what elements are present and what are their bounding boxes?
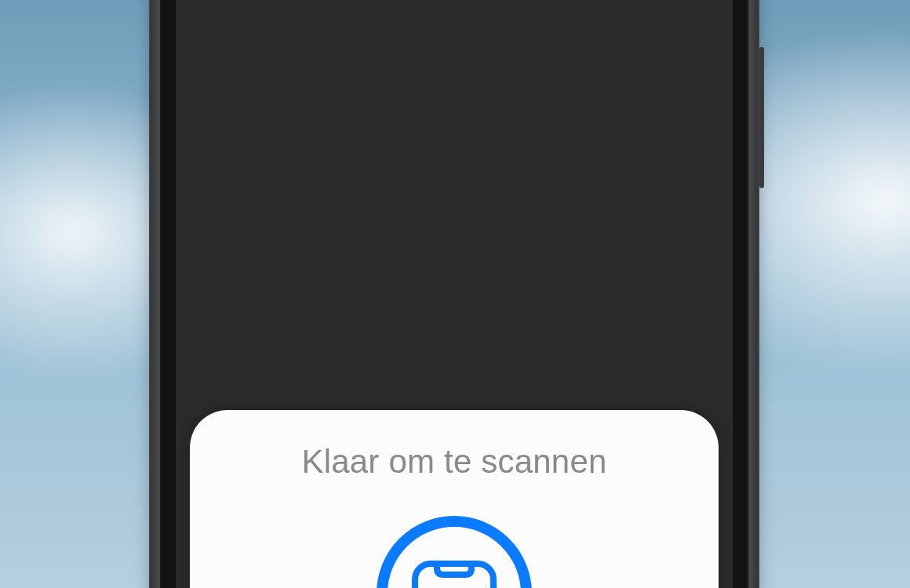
svg-point-1 xyxy=(382,521,526,588)
phone-screen: Klaar om te scannen xyxy=(176,0,733,588)
nfc-phone-icon xyxy=(369,509,539,588)
phone-side-button xyxy=(759,47,764,188)
sheet-title: Klaar om te scannen xyxy=(301,443,606,481)
phone-bezel: Klaar om te scannen xyxy=(160,0,748,588)
phone-frame: Klaar om te scannen xyxy=(149,0,759,588)
nfc-scan-sheet: Klaar om te scannen xyxy=(190,410,719,588)
